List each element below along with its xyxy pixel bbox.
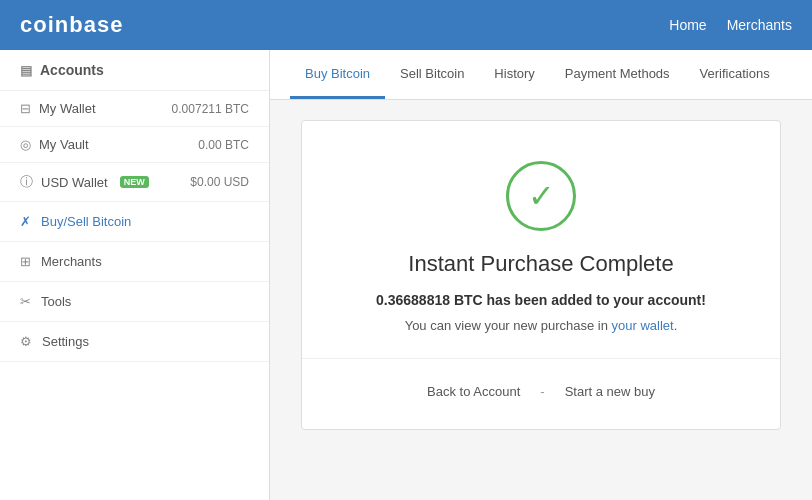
success-message: You can view your new purchase in your w…: [332, 318, 750, 333]
start-new-buy-link[interactable]: Start a new buy: [565, 384, 655, 399]
settings-label: Settings: [42, 334, 89, 349]
my-wallet-value: 0.007211 BTC: [172, 102, 249, 116]
sidebar-accounts-header: Accounts: [0, 50, 269, 91]
my-wallet-label: My Wallet: [39, 101, 96, 116]
sidebar-item-merchants[interactable]: Merchants: [0, 242, 269, 282]
vault-icon: [20, 137, 31, 152]
tab-verifications[interactable]: Verifications: [685, 51, 785, 99]
sidebar-item-usd-wallet[interactable]: USD Wallet NEW $0.00 USD: [0, 163, 269, 202]
tab-payment-methods[interactable]: Payment Methods: [550, 51, 685, 99]
tab-sell-bitcoin[interactable]: Sell Bitcoin: [385, 51, 479, 99]
checkmark-icon: ✓: [528, 180, 555, 212]
card-actions: Back to Account - Start a new buy: [332, 379, 750, 399]
card-divider: [302, 358, 780, 359]
back-to-account-link[interactable]: Back to Account: [427, 384, 520, 399]
folder-icon: [20, 62, 32, 78]
sidebar-item-tools[interactable]: Tools: [0, 282, 269, 322]
usd-wallet-label: USD Wallet: [41, 175, 108, 190]
new-badge: NEW: [120, 176, 149, 188]
buysell-icon: [20, 214, 31, 229]
tools-icon: [20, 294, 31, 309]
wallet-link[interactable]: your wallet: [612, 318, 674, 333]
main-content: Buy Bitcoin Sell Bitcoin History Payment…: [270, 50, 812, 500]
sidebar-item-my-wallet[interactable]: My Wallet 0.007211 BTC: [0, 91, 269, 127]
tab-history[interactable]: History: [479, 51, 549, 99]
tab-buy-bitcoin[interactable]: Buy Bitcoin: [290, 51, 385, 99]
tab-content: ✓ Instant Purchase Complete 0.36688818 B…: [270, 100, 812, 450]
merchants-label: Merchants: [41, 254, 102, 269]
sidebar: Accounts My Wallet 0.007211 BTC My Vault…: [0, 50, 270, 500]
sidebar-item-settings[interactable]: Settings: [0, 322, 269, 362]
settings-icon: [20, 334, 32, 349]
layout: Accounts My Wallet 0.007211 BTC My Vault…: [0, 50, 812, 500]
buy-sell-label: Buy/Sell Bitcoin: [41, 214, 131, 229]
success-msg-suffix: .: [674, 318, 678, 333]
accounts-label: Accounts: [40, 62, 104, 78]
success-circle: ✓: [506, 161, 576, 231]
my-vault-label: My Vault: [39, 137, 89, 152]
action-separator: -: [540, 384, 544, 399]
success-msg-prefix: You can view your new purchase in: [405, 318, 612, 333]
cart-icon: [20, 254, 31, 269]
wallet-icon: [20, 101, 31, 116]
tools-label: Tools: [41, 294, 71, 309]
success-card: ✓ Instant Purchase Complete 0.36688818 B…: [301, 120, 781, 430]
success-title: Instant Purchase Complete: [332, 251, 750, 277]
nav-merchants[interactable]: Merchants: [727, 17, 792, 33]
usd-icon: [20, 173, 33, 191]
usd-wallet-value: $0.00 USD: [190, 175, 249, 189]
tabs-bar: Buy Bitcoin Sell Bitcoin History Payment…: [270, 50, 812, 100]
sidebar-item-buy-sell[interactable]: Buy/Sell Bitcoin: [0, 202, 269, 242]
sidebar-item-my-vault[interactable]: My Vault 0.00 BTC: [0, 127, 269, 163]
header: coinbase Home Merchants: [0, 0, 812, 50]
nav-home[interactable]: Home: [669, 17, 706, 33]
success-amount: 0.36688818 BTC has been added to your ac…: [332, 292, 750, 308]
my-vault-value: 0.00 BTC: [198, 138, 249, 152]
header-nav: Home Merchants: [669, 17, 792, 33]
logo: coinbase: [20, 12, 123, 38]
